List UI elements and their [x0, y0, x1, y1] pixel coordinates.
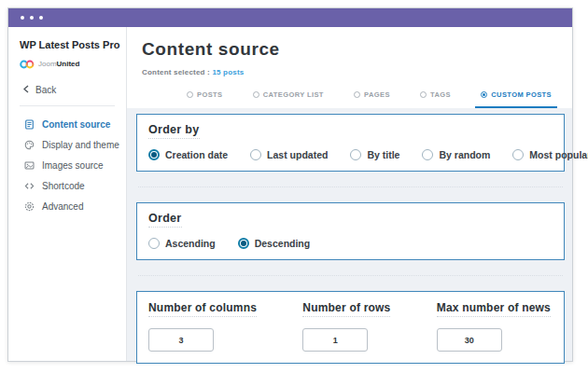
content-selected-label: Content selected : [142, 68, 210, 76]
tab-posts[interactable]: POSTS [181, 85, 228, 108]
document-icon [23, 119, 35, 131]
sidebar-divider [20, 105, 115, 106]
order-by-title: Order by [148, 123, 200, 139]
radio-label: Last updated [267, 149, 328, 160]
section-separator [138, 275, 563, 276]
radio-icon [253, 91, 259, 98]
palette-icon [23, 140, 35, 151]
back-label: Back [35, 85, 56, 95]
page-title: Content source [142, 39, 557, 60]
tab-label: TAGS [430, 90, 451, 99]
field-label: Max number of news [437, 301, 551, 317]
radio-icon [250, 149, 261, 160]
window-control-dot [39, 16, 43, 20]
tab-tags[interactable]: TAGS [414, 85, 456, 108]
radio-label: Most popular [529, 149, 588, 160]
plugin-window: WP Latest Posts Pro JoomUnited [7, 7, 573, 362]
radio-icon [512, 149, 524, 160]
sidebar-item-images-source[interactable]: Images source [20, 156, 126, 176]
radio-label: By title [367, 149, 399, 160]
order-section: Order Ascending Descending [136, 202, 565, 260]
radio-order-by-last-updated[interactable]: Last updated [250, 149, 328, 160]
sidebar-item-label: Shortcode [42, 181, 85, 191]
tab-label: PAGES [364, 90, 390, 99]
field-number-of-rows: Number of rows [302, 301, 390, 352]
settings-content: Order by Creation date Last updated By t… [127, 108, 572, 361]
gear-icon [23, 201, 35, 213]
field-number-of-columns: Number of columns [148, 301, 257, 352]
section-separator [138, 186, 563, 187]
tab-custom-posts[interactable]: CUSTOM POSTS [475, 85, 557, 108]
radio-order-by-creation-date[interactable]: Creation date [148, 149, 228, 160]
radio-label: Creation date [165, 149, 228, 160]
sidebar-item-label: Images source [42, 160, 104, 171]
sidebar-item-content-source[interactable]: Content source [20, 115, 126, 135]
order-title: Order [148, 212, 182, 228]
back-button[interactable]: Back [20, 85, 126, 95]
radio-icon [148, 238, 160, 249]
radio-order-descending[interactable]: Descending [238, 238, 311, 249]
sidebar-item-label: Content source [42, 119, 110, 130]
joomunited-logo-icon [20, 56, 35, 73]
radio-order-ascending[interactable]: Ascending [148, 238, 216, 249]
tab-label: CUSTOM POSTS [491, 90, 552, 99]
tab-label: POSTS [197, 90, 222, 99]
radio-order-by-by-random[interactable]: By random [422, 149, 490, 160]
window-titlebar [8, 8, 572, 27]
radio-icon [187, 91, 193, 98]
brand: JoomUnited [20, 56, 126, 73]
content-selected-value[interactable]: 15 posts [212, 68, 244, 76]
window-body: WP Latest Posts Pro JoomUnited [8, 27, 572, 361]
sidebar-item-display-and-theme[interactable]: Display and theme [20, 135, 126, 156]
tab-category-list[interactable]: CATEGORY LIST [247, 85, 329, 108]
sidebar-item-label: Display and theme [42, 140, 119, 150]
code-icon [23, 181, 35, 192]
sidebar-nav: Content source Display and theme Images … [20, 115, 126, 217]
order-by-section: Order by Creation date Last updated By t… [136, 114, 565, 172]
grid-settings-section: Number of columns Number of rows Max num… [136, 291, 565, 364]
window-control-dot [21, 16, 24, 20]
sidebar-item-shortcode[interactable]: Shortcode [20, 176, 126, 197]
radio-label: By random [439, 149, 490, 160]
max-number-of-news-input[interactable] [437, 328, 502, 352]
source-tabs: POSTS CATEGORY LIST PAGES TAGS CUSTOM PO… [142, 85, 557, 108]
radio-icon [354, 91, 360, 98]
radio-icon [420, 91, 427, 98]
tab-label: CATEGORY LIST [263, 90, 324, 99]
sidebar-item-label: Advanced [42, 201, 83, 212]
app-title: WP Latest Posts Pro [20, 39, 126, 52]
field-label: Number of columns [148, 301, 257, 317]
image-icon [23, 160, 35, 172]
window-control-dot [30, 16, 34, 20]
radio-icon [148, 149, 160, 160]
tab-pages[interactable]: PAGES [348, 85, 396, 108]
number-of-columns-input[interactable] [148, 328, 214, 352]
field-label: Number of rows [302, 301, 390, 317]
order-options: Ascending Descending [148, 238, 553, 249]
sidebar: WP Latest Posts Pro JoomUnited [8, 27, 127, 361]
order-by-options: Creation date Last updated By title By r… [148, 149, 553, 160]
radio-order-by-by-title[interactable]: By title [350, 149, 399, 160]
brand-text: JoomUnited [38, 60, 79, 68]
radio-label: Ascending [165, 238, 216, 249]
sidebar-item-advanced[interactable]: Advanced [20, 197, 126, 217]
field-max-number-of-news: Max number of news [437, 301, 551, 352]
content-selected: Content selected : 15 posts [142, 68, 557, 76]
radio-icon [350, 149, 361, 160]
page-header: Content source Content selected : 15 pos… [127, 27, 572, 108]
radio-icon [481, 91, 487, 98]
radio-icon [238, 238, 249, 249]
radio-icon [422, 149, 433, 160]
radio-label: Descending [255, 238, 311, 249]
radio-order-by-most-popular[interactable]: Most popular [512, 149, 588, 160]
number-of-rows-input[interactable] [302, 328, 368, 352]
main-panel: Content source Content selected : 15 pos… [127, 27, 572, 361]
chevron-left-icon [23, 85, 29, 95]
